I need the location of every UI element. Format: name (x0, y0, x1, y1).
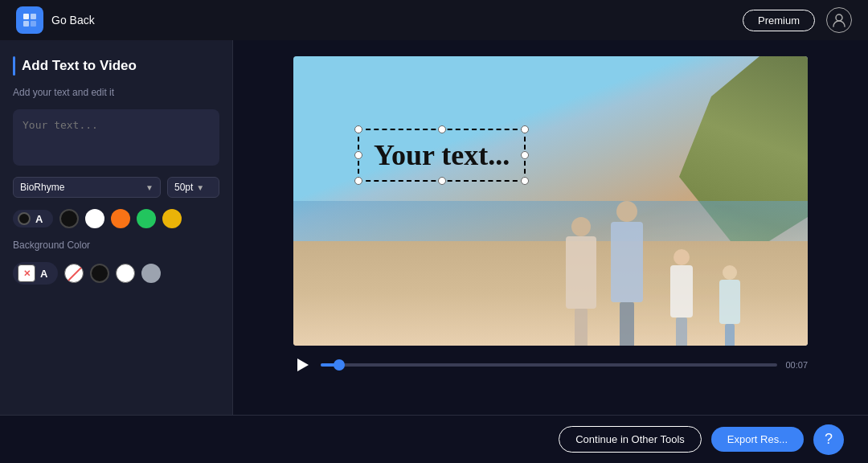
app-logo (16, 6, 43, 34)
video-background (293, 56, 808, 346)
bg-color-toggle[interactable]: ✕ A (13, 262, 58, 285)
color-white[interactable] (85, 209, 104, 228)
font-size-label: 50pt (174, 182, 193, 193)
user-avatar[interactable] (826, 7, 852, 33)
svg-rect-3 (31, 21, 36, 27)
bg-color-row: ✕ A (13, 262, 219, 285)
color-orange[interactable] (111, 209, 130, 228)
handle-bottom-center[interactable] (438, 177, 446, 185)
text-overlay-box[interactable]: Your text... (358, 129, 526, 182)
sidebar-subtitle: Add your text and edit it (13, 87, 219, 98)
font-row: BioRhyme ▼ 50pt ▼ (13, 177, 219, 198)
bg-color-black[interactable] (90, 264, 109, 283)
bottom-bar: Continue in Other Tools Export Res... ? (0, 415, 868, 463)
export-button[interactable]: Export Res... (711, 427, 804, 452)
go-back-link[interactable]: Go Back (51, 14, 95, 27)
toggle-letter: A (35, 213, 43, 225)
play-icon (297, 359, 309, 371)
color-black[interactable] (59, 209, 79, 228)
bg-color-gray[interactable] (141, 264, 161, 283)
main: Add Text to Video Add your text and edit… (0, 40, 868, 415)
svg-line-5 (68, 268, 81, 281)
header-left: Go Back (16, 6, 95, 34)
color-green[interactable] (137, 209, 156, 228)
font-size-select[interactable]: 50pt ▼ (167, 177, 219, 198)
continue-button[interactable]: Continue in Other Tools (559, 426, 702, 453)
bg-color-label: Background Color (13, 240, 219, 251)
video-area: Your text... 00:07 (233, 40, 868, 415)
size-chevron-icon: ▼ (196, 183, 204, 192)
sidebar-title: Add Text to Video (22, 58, 137, 74)
sidebar-accent (13, 56, 15, 76)
font-name-label: BioRhyme (20, 182, 142, 193)
font-chevron-icon: ▼ (145, 183, 154, 192)
handle-bottom-left[interactable] (354, 177, 362, 185)
video-container: Your text... (293, 56, 808, 346)
overlay-text: Your text... (374, 139, 510, 171)
header: Go Back Premium (0, 0, 868, 40)
bg-letter: A (40, 268, 47, 280)
bg-color-white[interactable] (116, 264, 135, 283)
font-family-select[interactable]: BioRhyme ▼ (13, 177, 161, 198)
sidebar-title-bar: Add Text to Video (13, 56, 219, 76)
bg-color-none[interactable] (64, 264, 84, 283)
timeline-thumb[interactable] (334, 359, 345, 371)
svg-rect-2 (23, 21, 29, 27)
handle-top-left[interactable] (354, 125, 362, 133)
svg-rect-1 (31, 14, 36, 19)
color-yellow[interactable] (162, 209, 182, 228)
help-button[interactable]: ? (813, 424, 844, 455)
toggle-dot (18, 212, 31, 225)
text-color-toggle[interactable]: A (13, 210, 53, 227)
premium-button[interactable]: Premium (743, 10, 815, 31)
header-right: Premium (743, 7, 852, 33)
timeline-time: 00:07 (785, 360, 808, 370)
handle-middle-right[interactable] (521, 151, 529, 159)
handle-middle-left[interactable] (354, 151, 362, 159)
timeline-bar[interactable] (321, 363, 777, 367)
svg-rect-0 (23, 14, 29, 19)
sidebar: Add Text to Video Add your text and edit… (0, 40, 233, 415)
text-color-row: A (13, 209, 219, 228)
transparent-icon: ✕ (23, 268, 31, 279)
timeline: 00:07 (293, 346, 808, 384)
text-input[interactable] (13, 109, 219, 166)
handle-top-center[interactable] (438, 125, 446, 133)
svg-point-4 (836, 14, 842, 21)
play-button[interactable] (293, 355, 313, 375)
